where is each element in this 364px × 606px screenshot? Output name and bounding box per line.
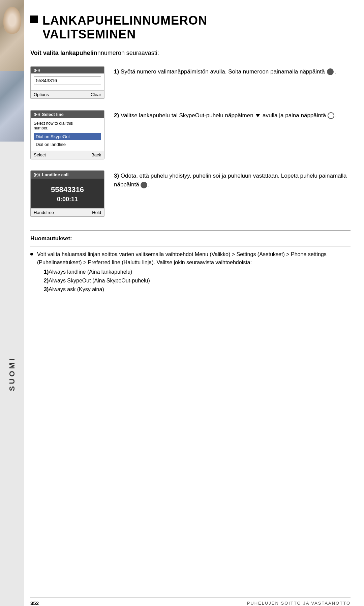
- phone3-footer: Handsfree Hold: [31, 208, 104, 216]
- notes-item-1: Voit valita haluamasi linjan soittoa var…: [30, 250, 351, 294]
- notes-title: Huomautukset:: [30, 235, 351, 242]
- sub-item-3: 3) Always ask (Kysy aina): [44, 285, 351, 294]
- phone2-header: ((•)) Select line: [31, 111, 104, 118]
- footer-text: PUHELUJEN SOITTO JA VASTAANOTTO: [247, 601, 351, 606]
- phone-mockup-1: ((•)) 55843316 Options Clear: [30, 66, 104, 99]
- sub-list: 1) Always landline (Aina lankapuhelu) 2)…: [44, 268, 351, 294]
- phone2-option1[interactable]: Dial on SkypeOut: [34, 133, 101, 140]
- bullet-icon: [30, 253, 33, 255]
- sub-item-1: 1) Always landline (Aina lankapuhelu): [44, 268, 351, 276]
- page-subtitle: Voit valita lankapuhelinnnumeron seuraav…: [30, 50, 351, 57]
- phone-mockup-3: ((•)) Landline call 55843316 0:00:11 Han…: [30, 170, 104, 217]
- step-3-text: 3) Odota, että puhelu yhdistyy, puhelin …: [114, 170, 351, 189]
- step-2-text: 2) Valitse lankapuhelu tai SkypeOut-puhe…: [114, 110, 351, 120]
- phone2-desc: Select how to dial this number.: [34, 121, 101, 130]
- sidebar: SUOMI: [0, 0, 24, 606]
- title-square-icon: [30, 16, 38, 23]
- phone1-footer: Options Clear: [31, 90, 104, 98]
- page-footer: 352 PUHELUJEN SOITTO JA VASTAANOTTO: [30, 597, 351, 606]
- center-key-icon: [328, 112, 334, 119]
- notes-list: Voit valita haluamasi linjan soittoa var…: [30, 250, 351, 294]
- phone3-handsfree[interactable]: Handsfree: [34, 210, 54, 215]
- phone1-clear[interactable]: Clear: [91, 92, 101, 97]
- step-1-text: 1) Syötä numero valintanäppäimistön avul…: [114, 66, 351, 76]
- sidebar-photo-bottom: [0, 71, 24, 142]
- phone2-option2[interactable]: Dial on landline: [34, 141, 101, 148]
- step-2-row: ((•)) Select line Select how to dial thi…: [30, 110, 351, 159]
- notes-section: Huomautukset: Voit valita haluamasi linj…: [30, 231, 351, 294]
- phone1-input: 55843316: [34, 76, 101, 85]
- phone-mockup-2: ((•)) Select line Select how to dial thi…: [30, 110, 104, 159]
- notes-divider: [30, 246, 351, 246]
- signal-icon-1: ((•)): [34, 68, 40, 72]
- phone3-body: 55843316 0:00:11: [31, 179, 104, 208]
- phone3-hold[interactable]: Hold: [92, 210, 101, 215]
- main-content: LANKAPUHELINNUMERON VALITSEMINEN Voit va…: [30, 13, 351, 586]
- phone2-body: Select how to dial this number. Dial on …: [31, 118, 104, 151]
- call-icon: [327, 68, 334, 75]
- arrow-down-icon: [256, 114, 260, 117]
- phone3-title: Landline call: [42, 172, 69, 177]
- phone1-options[interactable]: Options: [34, 92, 49, 97]
- notes-item-1-text: Voit valita haluamasi linjan soittoa var…: [37, 250, 351, 294]
- page-number: 352: [30, 600, 39, 606]
- sidebar-label: SUOMI: [8, 357, 17, 391]
- steps-container: ((•)) 55843316 Options Clear 1) Syötä nu…: [30, 66, 351, 217]
- phone3-time: 0:00:11: [34, 195, 101, 204]
- phone3-number: 55843316: [34, 185, 101, 195]
- phone1-header: ((•)): [31, 67, 104, 73]
- phone1-body: 55843316: [31, 73, 104, 90]
- sub-item-2: 2) Always SkypeOut (Aina SkypeOut-puhelu…: [44, 277, 351, 285]
- page-title: LANKAPUHELINNUMERON VALITSEMINEN: [42, 13, 207, 41]
- phone2-back[interactable]: Back: [91, 152, 101, 157]
- phone2-title: Select line: [42, 112, 64, 117]
- step-1-row: ((•)) 55843316 Options Clear 1) Syötä nu…: [30, 66, 351, 99]
- signal-icon-2: ((•)): [34, 112, 40, 116]
- signal-icon-3: ((•)): [34, 173, 40, 177]
- phone2-select[interactable]: Select: [34, 152, 46, 157]
- end-call-icon: [141, 182, 147, 188]
- sidebar-text-container: SUOMI: [8, 142, 17, 606]
- phone3-call-display: 55843316 0:00:11: [31, 179, 104, 208]
- phone3-header: ((•)) Landline call: [31, 171, 104, 179]
- sidebar-photo-top: [0, 0, 24, 71]
- page-title-block: LANKAPUHELINNUMERON VALITSEMINEN: [30, 13, 351, 41]
- phone2-footer: Select Back: [31, 151, 104, 159]
- step-3-row: ((•)) Landline call 55843316 0:00:11 Han…: [30, 170, 351, 217]
